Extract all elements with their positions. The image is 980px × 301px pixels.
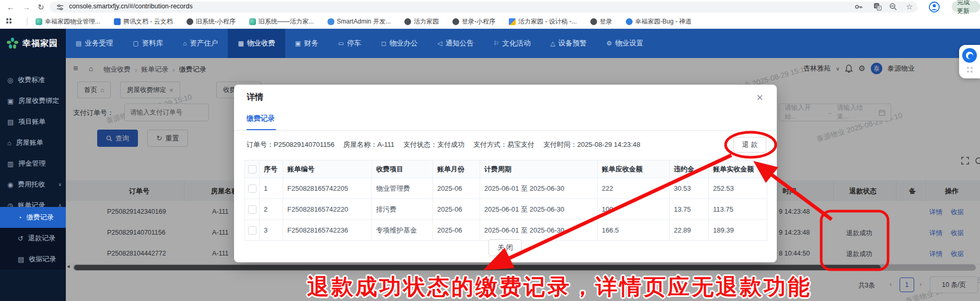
nav-item-library[interactable]: ▢资料库 — [123, 29, 173, 58]
nav-item-culture[interactable]: ⚐文化活动 — [484, 29, 541, 58]
bookmark[interactable]: 登录-小程序 — [452, 17, 495, 26]
bookmark-star-icon[interactable]: ☆ — [906, 2, 913, 11]
refund-icon: ↺ — [18, 235, 24, 242]
pay-method-value: 易宝支付 — [507, 141, 534, 148]
business-icon: ▤ — [76, 40, 81, 47]
tab-groups-icon[interactable] — [6, 18, 11, 24]
row-checkbox[interactable] — [248, 226, 256, 235]
sidebar-item-receipt-records[interactable]: ▤收据记录 — [0, 249, 66, 270]
profile-avatar-icon[interactable] — [929, 2, 940, 13]
browser-update-button[interactable]: 完成更新 — [952, 1, 980, 13]
nav-item-assets[interactable]: ⌂资产住户 — [173, 29, 228, 58]
receipt-icon: ▤ — [18, 256, 24, 263]
cell-penalty: 30.53 — [670, 178, 709, 199]
pay-method-label: 支付方式： — [473, 141, 507, 148]
house-value: A-111 — [377, 141, 394, 148]
row-checkbox[interactable] — [248, 184, 256, 193]
nav-item-business[interactable]: ▤业务受理 — [66, 29, 123, 58]
col-penalty: 违约金 — [670, 160, 709, 178]
sidebar: ◎收费标准 ▣房屋收费绑定 ▤项目账单 ⌂房屋账单 ▥押金管理 ◉费用托收∨ ◷… — [0, 58, 66, 301]
back-icon[interactable]: ← — [7, 3, 15, 11]
nav-item-parking[interactable]: ▭停车 — [328, 29, 371, 58]
deposit-icon: ▥ — [7, 160, 14, 168]
extension-icon[interactable] — [962, 48, 977, 63]
bookmark[interactable]: 幸福家园-Bug - 禅道 — [626, 17, 692, 26]
nav-item-settings[interactable]: ⚙物业设置 — [597, 29, 654, 58]
col-bill-month: 账单月份 — [433, 160, 480, 178]
logo-flower-icon — [6, 37, 19, 50]
modal-title: 详情 — [247, 92, 263, 103]
drag-handle-icon[interactable] — [967, 67, 973, 73]
zoom-out-icon[interactable] — [889, 3, 897, 11]
row-checkbox-cell — [245, 178, 260, 199]
bookmark-favicon-flower — [249, 18, 256, 25]
modal-tab-payment-records[interactable]: 缴费记录 — [247, 114, 275, 123]
row-checkbox[interactable] — [248, 205, 256, 214]
cell-billing-period: 2025-06-01 至 2025-06-30 — [480, 220, 598, 241]
col-fee-item: 收费项目 — [372, 160, 433, 178]
cell-bill-month: 2025-06 — [433, 220, 480, 241]
pay-time-value: 2025-08-29 14:23:48 — [577, 141, 640, 148]
sidebar-item-refund-records[interactable]: ↺退款记录 — [0, 228, 66, 249]
bookmark[interactable]: 腾讯文档 - 云文档 — [114, 17, 173, 26]
bookmark[interactable]: 活力家园 — [404, 17, 439, 26]
nav-item-device-alert[interactable]: △设备预警 — [540, 29, 596, 58]
bookmark[interactable]: 旧系统-小程序 — [186, 17, 236, 26]
site-settings-icon[interactable] — [56, 4, 64, 11]
bookmark[interactable]: 活力家园 - 设计稿 -... — [509, 17, 577, 26]
bookmark[interactable]: 幸福家园物业管理... — [36, 17, 100, 26]
svg-text:文: 文 — [878, 6, 881, 10]
bookmark-favicon-swirl — [328, 18, 334, 25]
cell-billing-period: 2025-06-01 至 2025-06-30 — [480, 199, 598, 220]
select-all-checkbox[interactable] — [248, 165, 256, 173]
sidebar-item-fee-collection[interactable]: ◉费用托收∨ — [0, 174, 66, 195]
forward-icon[interactable]: → — [22, 3, 30, 11]
divider — [234, 130, 777, 131]
sidebar-item-deposit[interactable]: ▥押金管理 — [0, 153, 66, 174]
bookmark-favicon-globe — [404, 18, 411, 25]
nav-item-finance[interactable]: ▣财务 — [285, 29, 328, 58]
refund-button[interactable]: 退 款 — [733, 137, 766, 153]
bookmark-favicon-globe — [590, 18, 597, 25]
reload-icon[interactable]: ↻ — [38, 3, 44, 12]
home-icon: ⌂ — [7, 139, 11, 147]
nav-item-property-fees[interactable]: ▦物业收费 — [228, 29, 285, 58]
app-logo-text: 幸福家园 — [22, 38, 58, 49]
bookmark[interactable]: SmartAdmin 开发... — [328, 17, 391, 26]
cell-penalty: 22.89 — [670, 220, 709, 241]
detail-modal: 详情 × 缴费记录 订单号：P250829140701156 房屋名称：A-11… — [234, 85, 777, 262]
cell-index: 3 — [260, 220, 283, 241]
bookmark[interactable]: 登录 — [590, 17, 612, 26]
sidebar-item-project-bills[interactable]: ▤项目账单 — [0, 111, 66, 132]
finance-icon: ▣ — [295, 40, 301, 47]
cell-receivable: 166.5 — [598, 220, 670, 241]
sidebar-item-house-fee-binding[interactable]: ▣房屋收费绑定 — [0, 90, 66, 111]
app-logo[interactable]: 幸福家园 — [0, 29, 66, 58]
bookmark[interactable]: 旧系统——活力家... — [249, 17, 314, 26]
pay-status-label: 支付状态： — [403, 141, 437, 148]
modal-close-icon[interactable]: × — [756, 92, 763, 103]
bookmarks-list: 幸福家园物业管理... 腾讯文档 - 云文档 旧系统-小程序 旧系统——活力家.… — [36, 14, 692, 29]
sidebar-item-house-bills[interactable]: ⌂房屋账单 — [0, 132, 66, 153]
password-key-icon[interactable] — [855, 3, 863, 10]
binding-icon: ▣ — [7, 97, 14, 105]
cell-billing-period: 2025-06-01 至 2025-06-30 — [480, 178, 598, 199]
modal-close-button[interactable]: 关 闭 — [488, 239, 522, 256]
sidebar-item-fee-standard[interactable]: ◎收费标准 — [0, 70, 66, 90]
translate-icon[interactable]: G文 — [873, 3, 882, 11]
screen: ← → ↻ console.smartxfjy.cn/#/contributio… — [0, 0, 980, 301]
col-bill-no: 账单编号 — [283, 160, 372, 178]
url-text[interactable]: console.smartxfjy.cn/#/contribution-reco… — [69, 3, 193, 10]
floating-extension-widget[interactable] — [959, 45, 980, 78]
nav-item-notice[interactable]: ◁通知公告 — [427, 29, 483, 58]
cell-penalty: 13.75 — [670, 199, 709, 220]
megaphone-icon: ◁ — [437, 40, 442, 47]
order-label: 订单号： — [247, 141, 274, 148]
nav-item-office[interactable]: ◻物业办公 — [371, 29, 427, 58]
alert-icon: △ — [550, 40, 555, 47]
bookmark-favicon-globe — [186, 18, 193, 25]
parking-icon: ▭ — [338, 40, 344, 47]
office-icon: ◻ — [381, 40, 386, 47]
cell-bill-no: F250828165742236 — [283, 220, 372, 241]
sidebar-item-payment-records-row[interactable]: ◔缴费记录 — [0, 207, 66, 228]
